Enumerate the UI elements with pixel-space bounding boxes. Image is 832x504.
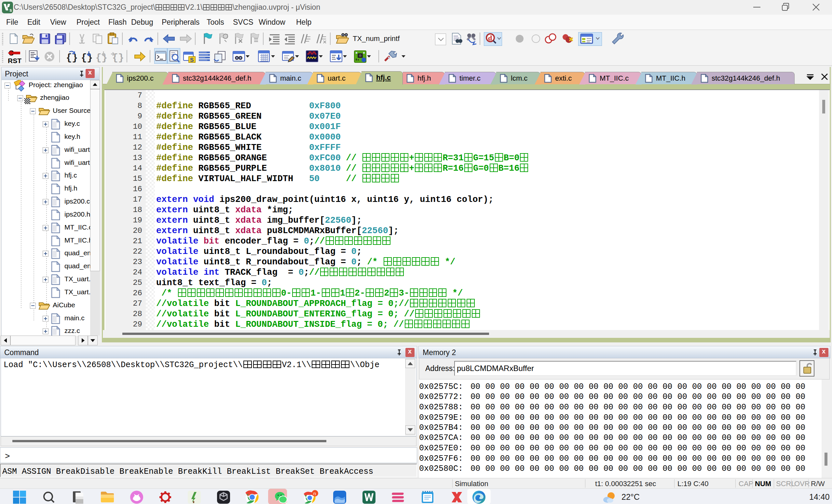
svg-text:s: s xyxy=(9,7,12,13)
svg-text:S: S xyxy=(190,57,193,63)
svg-text:n: n xyxy=(313,491,316,496)
svg-text:{}: {} xyxy=(66,52,78,63)
svg-text:RST: RST xyxy=(8,57,22,64)
svg-text:{}: {} xyxy=(81,52,93,63)
svg-text:d: d xyxy=(488,34,492,42)
svg-text:{}: {} xyxy=(96,52,107,63)
